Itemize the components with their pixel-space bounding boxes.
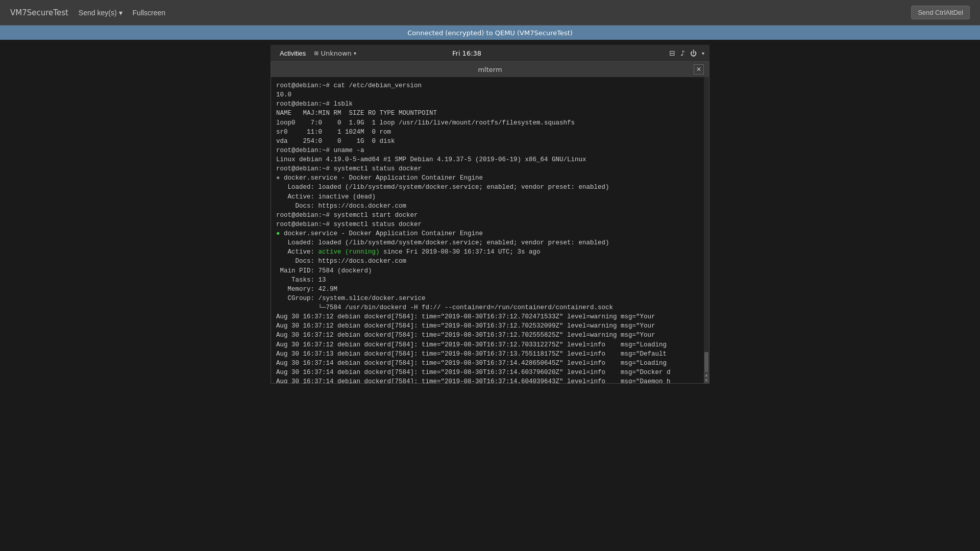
scroll-arrows: ▲ ▼ xyxy=(704,373,709,383)
terminal-line: Aug 30 16:37:12 debian dockerd[7584]: ti… xyxy=(276,340,704,349)
terminal-line: Aug 30 16:37:14 debian dockerd[7584]: ti… xyxy=(276,368,704,377)
power-icon[interactable]: ⏻ xyxy=(690,49,697,57)
network-indicator[interactable]: ⊞ Unknown ▾ xyxy=(314,49,356,57)
vm-title: VM7SecureTest xyxy=(10,8,68,17)
connection-status: Connected (encrypted) to QEMU (VM7Secure… xyxy=(407,29,573,37)
send-keys-label: Send key(s) xyxy=(79,9,117,17)
terminal-line: └─7584 /usr/bin/dockerd -H fd:// --conta… xyxy=(276,303,704,312)
vm-screen: Activities ⊞ Unknown ▾ Fri 16:38 ⊟ ♪ ⏻ ▾… xyxy=(271,45,709,384)
terminal-line: loop0 7:0 0 1.9G 1 loop /usr/lib/live/mo… xyxy=(276,118,704,128)
network-icon: ⊞ xyxy=(314,50,318,57)
terminal-line: Docs: https://docs.docker.com xyxy=(276,202,704,211)
scrollbar-thumb[interactable] xyxy=(704,352,708,372)
terminal-scrollbar[interactable]: ▲ ▼ xyxy=(704,77,709,383)
terminal-line: Tasks: 13 xyxy=(276,276,704,285)
terminal-line: Aug 30 16:37:14 debian dockerd[7584]: ti… xyxy=(276,377,704,383)
fullscreen-button[interactable]: Fullscreen xyxy=(133,9,166,17)
activities-button[interactable]: Activities xyxy=(276,48,310,58)
terminal-line: Aug 30 16:37:13 debian dockerd[7584]: ti… xyxy=(276,349,704,359)
network-tray-icon[interactable]: ⊟ xyxy=(669,49,675,57)
network-label: Unknown xyxy=(321,49,352,57)
terminal-line: Main PID: 7584 (dockerd) xyxy=(276,266,704,276)
terminal-line: root@debian:~# cat /etc/debian_version xyxy=(276,81,704,90)
terminal-line: root@debian:~# uname -a xyxy=(276,146,704,155)
terminal-output: root@debian:~# cat /etc/debian_version10… xyxy=(276,81,704,383)
terminal-line: Docs: https://docs.docker.com xyxy=(276,257,704,266)
send-ctrlaltdel-button[interactable]: Send CtrlAltDel xyxy=(911,6,970,19)
terminal-content[interactable]: root@debian:~# cat /etc/debian_version10… xyxy=(271,77,709,383)
browser-bar: VM7SecureTest Send key(s) ▾ Fullscreen S… xyxy=(0,0,980,26)
terminal-line: root@debian:~# systemctl status docker xyxy=(276,220,704,229)
gnome-topbar: Activities ⊞ Unknown ▾ Fri 16:38 ⊟ ♪ ⏻ ▾ xyxy=(271,45,709,61)
status-bar: Connected (encrypted) to QEMU (VM7Secure… xyxy=(0,26,980,40)
vm-display: Activities ⊞ Unknown ▾ Fri 16:38 ⊟ ♪ ⏻ ▾… xyxy=(0,40,980,551)
tray-chevron-icon[interactable]: ▾ xyxy=(702,51,704,56)
terminal-line: Linux debian 4.19.0-5-amd64 #1 SMP Debia… xyxy=(276,155,704,164)
terminal-line: vda 254:0 0 1G 0 disk xyxy=(276,137,704,146)
terminal-line: Loaded: loaded (/lib/systemd/system/dock… xyxy=(276,183,704,192)
terminal-line: NAME MAJ:MIN RM SIZE RO TYPE MOUNTPOINT xyxy=(276,109,704,118)
terminal-window: mlterm ✕ root@debian:~# cat /etc/debian_… xyxy=(271,61,709,384)
scroll-down-arrow[interactable]: ▼ xyxy=(704,378,709,383)
network-chevron-icon: ▾ xyxy=(354,51,356,56)
terminal-line: Memory: 42.9M xyxy=(276,285,704,294)
terminal-title: mlterm xyxy=(478,66,502,73)
terminal-line: Loaded: loaded (/lib/systemd/system/dock… xyxy=(276,238,704,247)
terminal-line: ● docker.service - Docker Application Co… xyxy=(276,173,704,183)
terminal-line: Aug 30 16:37:14 debian dockerd[7584]: ti… xyxy=(276,359,704,368)
terminal-line: root@debian:~# systemctl status docker xyxy=(276,164,704,173)
terminal-line: 10.0 xyxy=(276,90,704,99)
sound-icon[interactable]: ♪ xyxy=(680,49,685,57)
terminal-close-button[interactable]: ✕ xyxy=(694,64,704,74)
terminal-line: Active: inactive (dead) xyxy=(276,192,704,202)
terminal-line: Aug 30 16:37:12 debian dockerd[7584]: ti… xyxy=(276,331,704,340)
terminal-line: CGroup: /system.slice/docker.service xyxy=(276,294,704,303)
system-tray: ⊟ ♪ ⏻ ▾ xyxy=(669,49,704,57)
chevron-down-icon: ▾ xyxy=(119,9,122,17)
send-keys-button[interactable]: Send key(s) ▾ xyxy=(79,9,122,17)
terminal-line: sr0 11:0 1 1024M 0 rom xyxy=(276,128,704,137)
terminal-line: ● docker.service - Docker Application Co… xyxy=(276,229,704,238)
gnome-clock: Fri 16:38 xyxy=(452,49,481,57)
terminal-line: Aug 30 16:37:12 debian dockerd[7584]: ti… xyxy=(276,312,704,321)
terminal-line: root@debian:~# systemctl start docker xyxy=(276,211,704,220)
terminal-line: Aug 30 16:37:12 debian dockerd[7584]: ti… xyxy=(276,321,704,331)
terminal-titlebar: mlterm ✕ xyxy=(271,62,709,77)
terminal-line: Active: active (running) since Fri 2019-… xyxy=(276,247,704,257)
terminal-line: root@debian:~# lsblk xyxy=(276,99,704,109)
